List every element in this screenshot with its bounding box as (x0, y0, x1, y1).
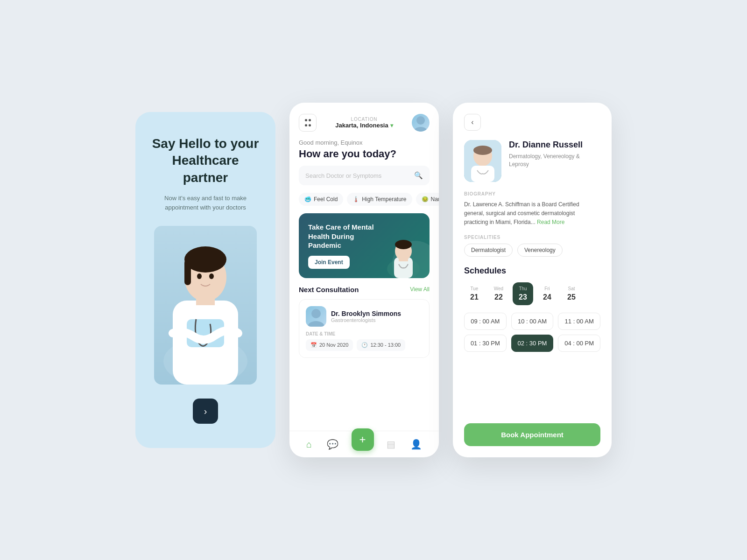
svg-point-15 (395, 240, 412, 249)
svg-rect-5 (184, 259, 191, 285)
location-label: LOCATION (335, 117, 393, 122)
welcome-title: Say Hello to your Healthcare partner (149, 135, 261, 186)
bottom-nav: ⌂ 💬 + ▤ 👤 (289, 431, 439, 457)
day-thu[interactable]: Thu 23 (513, 282, 533, 305)
doctor-info-block: Dr. Dianne Russell Dermatology, Venereol… (509, 140, 600, 182)
nav-card-icon[interactable]: ▤ (385, 437, 397, 452)
time-0400[interactable]: 04 : 00 PM (558, 335, 600, 352)
detail-doctor-specialty: Dermatology, Venereology & Leprosy (509, 153, 600, 168)
next-button[interactable]: › (193, 399, 218, 424)
view-all-link[interactable]: View All (410, 286, 430, 293)
search-icon: 🔍 (414, 171, 423, 180)
consultation-header: Next Consultation View All (299, 286, 430, 294)
svg-point-10 (414, 127, 428, 132)
doctor-name: Dr. Brooklyn Simmons (331, 310, 401, 317)
detail-screen: ‹ Dr. Dianne Russell Dermatology, Venere… (453, 103, 612, 457)
book-appointment-button[interactable]: Book Appointment (464, 423, 600, 446)
svg-point-8 (209, 273, 214, 279)
location-block: LOCATION Jakarta, Indonesia ▾ (335, 117, 393, 129)
schedules-title: Schedules (464, 266, 600, 276)
dot (309, 124, 311, 126)
specialities-label: SPECIALITIES (464, 235, 600, 240)
nav-chat-icon[interactable]: 💬 (325, 437, 340, 452)
dot (309, 119, 311, 121)
nav-profile-icon[interactable]: 👤 (409, 437, 424, 452)
symptom-chips: 🥶 Feel Cold 🌡️ High Temperature 🤢 Nausea (289, 193, 439, 213)
welcome-screen: Say Hello to your Healthcare partner Now… (135, 112, 275, 448)
dot (305, 124, 307, 126)
symptom-chip-nausea[interactable]: 🤢 Nausea (416, 193, 439, 206)
consultation-title: Next Consultation (299, 286, 359, 294)
time-0230[interactable]: 02 : 30 PM (511, 335, 554, 352)
specialities-row: Dermatologist Venereology (464, 244, 600, 257)
read-more-link[interactable]: Read More (537, 219, 564, 225)
time-0900[interactable]: 09 : 00 AM (464, 313, 507, 330)
consultation-card[interactable]: Dr. Brooklyn Simmons Gastroenterologists… (299, 299, 430, 358)
days-row: Tue 21 Wed 22 Thu 23 Fri 24 Sat 25 (464, 282, 600, 305)
day-sat[interactable]: Sat 25 (561, 282, 582, 305)
spec-tag-dermatologist[interactable]: Dermatologist (464, 244, 513, 257)
search-placeholder: Search Doctor or Symptoms (305, 172, 381, 179)
date-time-label: DATE & TIME (306, 331, 423, 336)
svg-point-9 (416, 116, 425, 125)
welcome-subtitle: Now it's easy and fast to make appointme… (149, 194, 261, 212)
symptom-chip-cold[interactable]: 🥶 Feel Cold (299, 193, 343, 206)
location-value[interactable]: Jakarta, Indonesia ▾ (335, 122, 393, 129)
time-chip: 🕐 12:30 - 13:00 (357, 339, 405, 351)
time-1000[interactable]: 10 : 00 AM (511, 313, 554, 330)
menu-button[interactable] (299, 114, 317, 132)
doctor-profile-row: Dr. Dianne Russell Dermatology, Venereol… (464, 140, 600, 182)
date-chip: 📅 20 Nov 2020 (306, 339, 353, 351)
time-1100[interactable]: 11 : 00 AM (558, 313, 600, 330)
time-0130[interactable]: 01 : 30 PM (464, 335, 507, 352)
symptom-chip-temperature[interactable]: 🌡️ High Temperature (347, 193, 412, 206)
home-header: LOCATION Jakarta, Indonesia ▾ (289, 103, 439, 139)
svg-point-20 (473, 146, 492, 155)
banner-doctor-img (385, 231, 422, 278)
datetime-row: 📅 20 Nov 2020 🕐 12:30 - 13:00 (306, 339, 423, 351)
detail-doctor-name: Dr. Dianne Russell (509, 140, 600, 150)
banner-title: Take Care of Mental Health During Pandem… (308, 223, 378, 250)
nav-home-icon[interactable]: ⌂ (304, 437, 314, 452)
greeting-sub: Good morning, Equinox (299, 139, 430, 146)
greeting-main: How are you today? (299, 148, 430, 160)
day-wed[interactable]: Wed 22 (488, 282, 509, 305)
svg-rect-14 (399, 256, 408, 261)
mental-health-banner: Take Care of Mental Health During Pandem… (299, 213, 430, 278)
svg-point-16 (311, 309, 321, 318)
times-grid: 09 : 00 AM 10 : 00 AM 11 : 00 AM 01 : 30… (464, 313, 600, 352)
user-avatar[interactable] (412, 114, 430, 132)
day-fri[interactable]: Fri 24 (537, 282, 557, 305)
back-button[interactable]: ‹ (464, 114, 481, 131)
doctor-row: Dr. Brooklyn Simmons Gastroenterologists (306, 306, 423, 327)
doctor-specialty: Gastroenterologists (331, 317, 401, 323)
search-bar[interactable]: Search Doctor or Symptoms 🔍 (299, 166, 430, 185)
spec-tag-venereology[interactable]: Venereology (517, 244, 563, 257)
doctor-photo (464, 140, 501, 182)
consultation-section: Next Consultation View All Dr. Brooklyn … (289, 286, 439, 364)
banner-text: Take Care of Mental Health During Pandem… (308, 223, 378, 269)
chevron-down-icon: ▾ (390, 122, 393, 129)
svg-point-7 (197, 273, 202, 279)
bio-text: Dr. Lawrence A. Schiffman is a Board Cer… (464, 200, 600, 227)
doctor-info: Dr. Brooklyn Simmons Gastroenterologists (331, 310, 401, 323)
bio-label: BIOGRAPHY (464, 191, 600, 196)
greeting-block: Good morning, Equinox How are you today? (289, 139, 439, 166)
doctor-avatar (306, 306, 326, 327)
join-event-button[interactable]: Join Event (308, 256, 350, 269)
nav-add-button[interactable]: + (352, 428, 374, 451)
svg-point-17 (308, 321, 324, 327)
doctor-image (154, 226, 257, 385)
day-tue[interactable]: Tue 21 (464, 282, 485, 305)
home-screen: LOCATION Jakarta, Indonesia ▾ Good morni… (289, 103, 439, 457)
dot (305, 119, 307, 121)
